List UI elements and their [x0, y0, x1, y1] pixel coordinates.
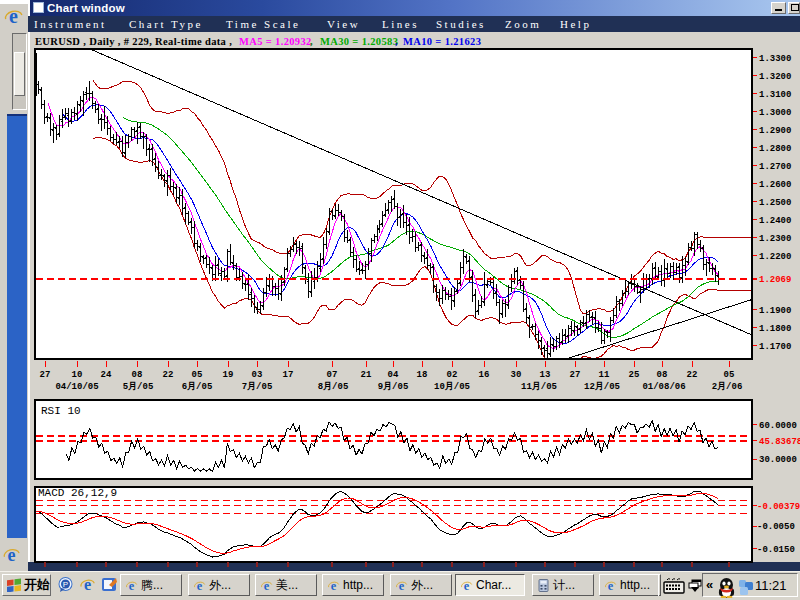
svg-text:1.3100: 1.3100: [759, 90, 791, 100]
svg-text:e: e: [129, 579, 135, 592]
svg-text:08: 08: [657, 370, 668, 380]
svg-text:22: 22: [687, 370, 698, 380]
svg-text:10月/05: 10月/05: [434, 381, 470, 392]
svg-text:04: 04: [388, 370, 399, 380]
svg-text:11月/05: 11月/05: [521, 381, 557, 392]
svg-text:e: e: [464, 579, 470, 592]
svg-text:60.0000: 60.0000: [759, 421, 797, 431]
svg-text:8月/05: 8月/05: [318, 381, 349, 392]
svg-text:7月/05: 7月/05: [242, 381, 273, 392]
svg-text:e: e: [608, 579, 614, 592]
svg-text:27: 27: [40, 370, 51, 380]
svg-text:30: 30: [511, 370, 522, 380]
svg-text:e: e: [399, 579, 405, 592]
svg-text:03: 03: [252, 370, 263, 380]
svg-text:1.2200: 1.2200: [759, 252, 791, 262]
svg-text:P: P: [63, 580, 68, 589]
svg-text:1.2400: 1.2400: [759, 216, 791, 226]
svg-text:05: 05: [192, 370, 203, 380]
svg-text:1.2300: 1.2300: [759, 234, 791, 244]
svg-text:22: 22: [163, 370, 174, 380]
svg-text:1.2069: 1.2069: [759, 275, 791, 285]
svg-text:-0.0150: -0.0150: [757, 545, 795, 555]
svg-text:02: 02: [447, 370, 458, 380]
svg-text:01/08/06: 01/08/06: [642, 382, 685, 392]
svg-text:9月/05: 9月/05: [378, 381, 409, 392]
svg-text:RSI 10: RSI 10: [41, 405, 81, 417]
svg-text:05: 05: [724, 370, 735, 380]
svg-text:1.2900: 1.2900: [759, 126, 791, 136]
svg-text:08: 08: [132, 370, 143, 380]
svg-text:1.1700: 1.1700: [759, 342, 791, 352]
svg-text:1.2700: 1.2700: [759, 162, 791, 172]
svg-text:27: 27: [570, 370, 581, 380]
svg-text:24: 24: [101, 370, 112, 380]
svg-text:MACD 26,12,9: MACD 26,12,9: [38, 487, 117, 499]
svg-text:45.83678: 45.83678: [759, 437, 800, 447]
svg-text:1.2600: 1.2600: [759, 180, 791, 190]
svg-text:18: 18: [417, 370, 428, 380]
svg-text:25: 25: [629, 370, 640, 380]
svg-text:12月/05: 12月/05: [584, 381, 620, 392]
svg-text:1.3000: 1.3000: [759, 108, 791, 118]
svg-text:19: 19: [223, 370, 234, 380]
svg-text:10: 10: [72, 370, 83, 380]
svg-text:17: 17: [283, 370, 294, 380]
svg-text:-0.00379: -0.00379: [757, 502, 800, 512]
svg-text:1.1800: 1.1800: [759, 324, 791, 334]
svg-text:30.0000: 30.0000: [759, 455, 797, 465]
svg-text:6月/05: 6月/05: [182, 381, 213, 392]
svg-text:16: 16: [479, 370, 490, 380]
svg-text:2月/06: 2月/06: [712, 381, 743, 392]
svg-text:e: e: [331, 579, 337, 592]
svg-text:e: e: [264, 579, 270, 592]
svg-text:5月/05: 5月/05: [123, 381, 154, 392]
svg-text:-0.0050: -0.0050: [757, 522, 795, 532]
svg-text:07: 07: [327, 370, 338, 380]
svg-text:1.1900: 1.1900: [759, 306, 791, 316]
svg-text:1.2800: 1.2800: [759, 144, 791, 154]
svg-text:1.2500: 1.2500: [759, 198, 791, 208]
svg-text:1.3300: 1.3300: [759, 54, 791, 64]
svg-text:11: 11: [599, 370, 610, 380]
svg-text:1.3200: 1.3200: [759, 72, 791, 82]
svg-text:e: e: [84, 576, 91, 593]
svg-text:13: 13: [540, 370, 551, 380]
svg-text:21: 21: [361, 370, 372, 380]
svg-text:e: e: [197, 579, 203, 592]
svg-text:04/10/05: 04/10/05: [55, 382, 98, 392]
